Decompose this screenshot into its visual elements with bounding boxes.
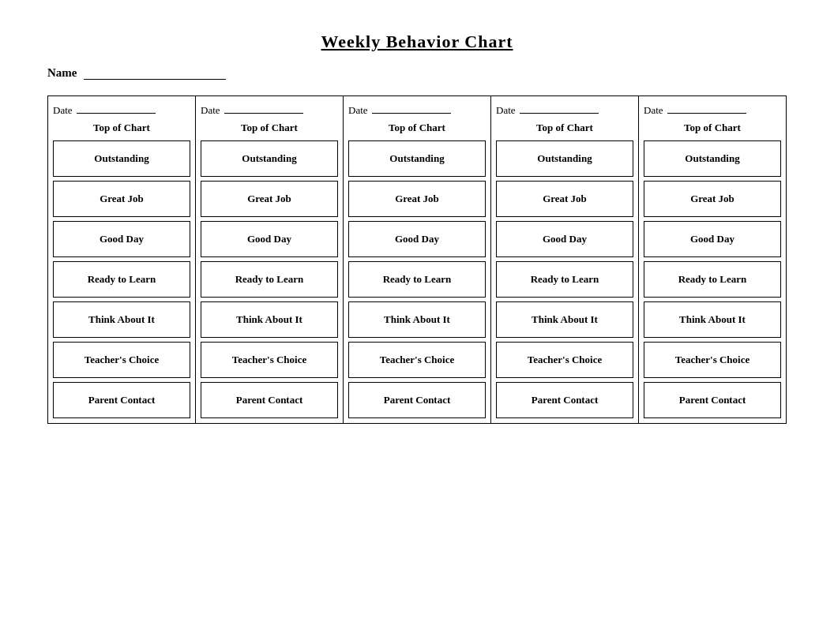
top-of-chart-3: Top of Chart bbox=[348, 122, 486, 134]
date-line bbox=[77, 104, 156, 114]
date-row-4: Date bbox=[496, 104, 633, 117]
behavior-cell-col4-row5: Think About It bbox=[496, 301, 633, 338]
top-of-chart-2: Top of Chart bbox=[201, 122, 338, 134]
chart-column-1: Date Top of ChartOutstandingGreat JobGoo… bbox=[48, 96, 196, 423]
date-line bbox=[224, 104, 303, 114]
behavior-cell-col2-row6: Teacher's Choice bbox=[201, 342, 338, 378]
behavior-cell-col5-row4: Ready to Learn bbox=[644, 261, 781, 298]
behavior-cell-col1-row3: Good Day bbox=[53, 221, 190, 257]
behavior-cell-col2-row4: Ready to Learn bbox=[201, 261, 338, 298]
chart-column-4: Date Top of ChartOutstandingGreat JobGoo… bbox=[491, 96, 639, 423]
behavior-cell-col3-row5: Think About It bbox=[348, 301, 486, 338]
date-line bbox=[667, 104, 746, 114]
behavior-cell-col3-row4: Ready to Learn bbox=[348, 261, 486, 298]
chart-column-3: Date Top of ChartOutstandingGreat JobGoo… bbox=[344, 96, 491, 423]
date-row-5: Date bbox=[644, 104, 781, 117]
behavior-cell-col5-row7: Parent Contact bbox=[644, 382, 781, 418]
date-label: Date bbox=[53, 104, 73, 116]
date-label: Date bbox=[496, 104, 516, 116]
behavior-cell-col4-row7: Parent Contact bbox=[496, 382, 633, 418]
behavior-cell-col2-row3: Good Day bbox=[201, 221, 338, 257]
behavior-chart: Date Top of ChartOutstandingGreat JobGoo… bbox=[47, 95, 787, 424]
behavior-cell-col5-row3: Good Day bbox=[644, 221, 781, 257]
behavior-cell-col2-row5: Think About It bbox=[201, 301, 338, 338]
behavior-cell-col4-row4: Ready to Learn bbox=[496, 261, 633, 298]
behavior-cell-col1-row6: Teacher's Choice bbox=[53, 342, 190, 378]
behavior-cell-col2-row7: Parent Contact bbox=[201, 382, 338, 418]
top-of-chart-4: Top of Chart bbox=[496, 122, 633, 134]
name-row: Name bbox=[47, 66, 787, 80]
behavior-cell-col4-row6: Teacher's Choice bbox=[496, 342, 633, 378]
behavior-cell-col5-row6: Teacher's Choice bbox=[644, 342, 781, 378]
top-of-chart-5: Top of Chart bbox=[644, 122, 781, 134]
behavior-cell-col3-row6: Teacher's Choice bbox=[348, 342, 486, 378]
date-label: Date bbox=[644, 104, 663, 116]
top-of-chart-1: Top of Chart bbox=[53, 122, 190, 134]
date-row-3: Date bbox=[348, 104, 486, 117]
date-label: Date bbox=[348, 104, 368, 116]
behavior-cell-col1-row5: Think About It bbox=[53, 301, 190, 338]
behavior-cell-col3-row1: Outstanding bbox=[348, 140, 486, 177]
behavior-cell-col5-row5: Think About It bbox=[644, 301, 781, 338]
date-row-2: Date bbox=[201, 104, 338, 117]
date-line bbox=[372, 104, 451, 114]
behavior-cell-col1-row2: Great Job bbox=[53, 181, 190, 217]
behavior-cell-col2-row1: Outstanding bbox=[201, 140, 338, 177]
chart-column-5: Date Top of ChartOutstandingGreat JobGoo… bbox=[639, 96, 786, 423]
name-underline bbox=[84, 67, 226, 80]
behavior-cell-col3-row3: Good Day bbox=[348, 221, 486, 257]
behavior-cell-col1-row4: Ready to Learn bbox=[53, 261, 190, 298]
chart-column-2: Date Top of ChartOutstandingGreat JobGoo… bbox=[196, 96, 344, 423]
name-label: Name bbox=[47, 66, 77, 80]
page-title: Weekly Behavior Chart bbox=[321, 32, 513, 52]
behavior-cell-col4-row3: Good Day bbox=[496, 221, 633, 257]
behavior-cell-col4-row1: Outstanding bbox=[496, 140, 633, 177]
behavior-cell-col2-row2: Great Job bbox=[201, 181, 338, 217]
behavior-cell-col4-row2: Great Job bbox=[496, 181, 633, 217]
date-label: Date bbox=[201, 104, 220, 116]
date-line bbox=[520, 104, 599, 114]
date-row-1: Date bbox=[53, 104, 190, 117]
behavior-cell-col1-row1: Outstanding bbox=[53, 140, 190, 177]
behavior-cell-col5-row2: Great Job bbox=[644, 181, 781, 217]
behavior-cell-col3-row2: Great Job bbox=[348, 181, 486, 217]
behavior-cell-col3-row7: Parent Contact bbox=[348, 382, 486, 418]
behavior-cell-col5-row1: Outstanding bbox=[644, 140, 781, 177]
behavior-cell-col1-row7: Parent Contact bbox=[53, 382, 190, 418]
